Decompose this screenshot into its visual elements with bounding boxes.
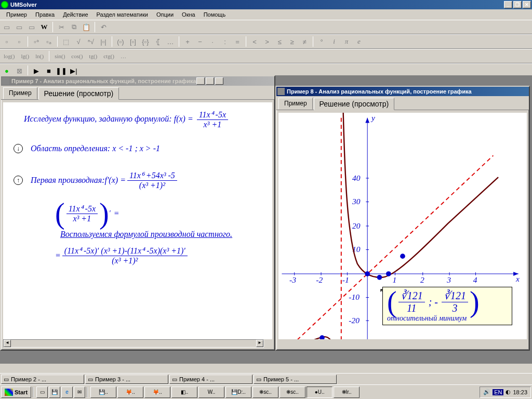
fn-log[interactable]: log(): [1, 50, 17, 62]
win8-tab-solution[interactable]: Решение (просмотр): [314, 98, 395, 110]
template-paren[interactable]: (▫): [115, 36, 126, 47]
template-1[interactable]: ▫: [1, 36, 12, 47]
undo-icon[interactable]: ↶: [98, 21, 109, 33]
copy-icon[interactable]: ⧉: [68, 21, 79, 33]
template-bracket[interactable]: [▫]: [127, 36, 139, 47]
cut-icon[interactable]: ✂: [56, 21, 67, 33]
start-button[interactable]: Start: [1, 387, 31, 398]
clock[interactable]: 18:23: [513, 389, 527, 395]
template-sqrt[interactable]: √: [73, 36, 84, 47]
fn-ctg[interactable]: ctg(): [101, 50, 117, 62]
template-frac[interactable]: ⬚: [60, 36, 72, 47]
op-eq[interactable]: =: [232, 36, 243, 47]
op-ne[interactable]: ≠: [299, 36, 310, 47]
fn-lg[interactable]: lg(): [18, 50, 32, 62]
task-app-1[interactable]: 💾..: [90, 387, 116, 398]
expand-up-icon[interactable]: ↑: [14, 176, 23, 185]
restore-button[interactable]: ❐: [513, 1, 522, 8]
template-nroot[interactable]: ⁿ√: [85, 36, 97, 47]
fn-more[interactable]: …: [118, 50, 129, 62]
stop-record-icon[interactable]: ⊠: [14, 65, 25, 76]
tray-volume-icon[interactable]: 🔊: [483, 389, 490, 395]
scroll-left-icon[interactable]: ◄: [4, 340, 11, 347]
window8-titlebar[interactable]: Пример 8 - Анализ рациональных функций, …: [276, 87, 529, 96]
task-app-7[interactable]: ❋sc..: [252, 387, 278, 398]
template-sup[interactable]: ▫ᵃ: [31, 36, 42, 47]
win7-tab-example[interactable]: Пример: [3, 87, 37, 99]
tray-icon[interactable]: ◐: [506, 389, 511, 395]
sym-e[interactable]: e: [353, 36, 365, 47]
expand-down-icon[interactable]: ↓: [14, 144, 23, 153]
fn-cos[interactable]: cos(): [69, 50, 85, 62]
task-app-2[interactable]: 🦊..: [117, 387, 143, 398]
stop-icon[interactable]: ■: [43, 65, 55, 76]
menu-action[interactable]: Действие: [59, 10, 92, 19]
op-le[interactable]: ≤: [274, 36, 285, 47]
quick-save-icon[interactable]: 💾: [49, 387, 60, 398]
play-icon[interactable]: ▶: [31, 65, 42, 76]
sym-pi[interactable]: π: [341, 36, 352, 47]
fn-tg[interactable]: tg(): [86, 50, 100, 62]
quick-ie-icon[interactable]: e: [61, 387, 73, 398]
win7-hscroll[interactable]: ◄ ►: [3, 339, 264, 348]
tip-x-den: 11: [398, 302, 425, 314]
op-plus[interactable]: +: [182, 36, 193, 47]
op-ge[interactable]: ≥: [286, 36, 298, 47]
scroll-right-icon[interactable]: ►: [256, 340, 263, 347]
task-app-8[interactable]: ❋sc..: [280, 387, 305, 398]
template-abs[interactable]: |▫|: [98, 36, 109, 47]
quick-outlook-icon[interactable]: ✉: [74, 387, 85, 398]
minimize-button[interactable]: _: [504, 1, 512, 8]
new-icon[interactable]: ▭: [1, 21, 12, 33]
task-umsolver[interactable]: ●U..: [307, 387, 332, 398]
menu-math-section[interactable]: Раздел математики: [92, 10, 152, 19]
mdi-tab-5[interactable]: ▭Пример 5 - ...: [254, 375, 337, 384]
win8-content: x y -3-2-1 1234 40302010 -10-20-30: [278, 113, 527, 339]
template-brace[interactable]: {▫}: [140, 36, 151, 47]
win7-close[interactable]: ✕: [215, 77, 223, 85]
pause-icon[interactable]: ❚❚: [56, 65, 67, 76]
op-gt[interactable]: >: [261, 36, 273, 47]
folder-icon[interactable]: ▭: [14, 21, 25, 33]
quick-desktop-icon[interactable]: ▭: [36, 387, 48, 398]
win7-minimize[interactable]: _: [196, 77, 205, 85]
op-minus[interactable]: −: [194, 36, 206, 47]
template-2[interactable]: ▫: [14, 36, 25, 47]
sym-deg[interactable]: °: [316, 36, 327, 47]
menu-example[interactable]: Пример: [2, 10, 31, 19]
fn-ln[interactable]: ln(): [33, 50, 46, 62]
record-icon[interactable]: ●: [1, 65, 12, 76]
w-icon[interactable]: W: [38, 21, 50, 33]
task-app-10[interactable]: ❋Ir..: [334, 387, 360, 398]
win8-tab-example[interactable]: Пример: [278, 98, 313, 110]
paste-icon[interactable]: 📋: [81, 21, 92, 33]
op-lt[interactable]: <: [249, 36, 260, 47]
fn-sin[interactable]: sin(): [52, 50, 68, 62]
task-app-6[interactable]: 💾D:..: [225, 387, 251, 398]
task-app-4[interactable]: ◧..: [171, 387, 197, 398]
window7-titlebar[interactable]: Пример 7 - Анализ рациональных функций, …: [1, 76, 274, 86]
menu-edit[interactable]: Правка: [31, 10, 59, 19]
lang-indicator[interactable]: EN: [493, 389, 503, 395]
menu-windows[interactable]: Окна: [178, 10, 200, 19]
op-div[interactable]: :: [219, 36, 231, 47]
quotient-rule-link[interactable]: Воспользуемся формулой производной частн…: [60, 230, 232, 239]
win7-maximize[interactable]: □: [206, 77, 214, 85]
template-sub[interactable]: ▫ₐ: [43, 36, 55, 47]
sym-i[interactable]: i: [328, 36, 340, 47]
save-icon[interactable]: ▭: [26, 21, 37, 33]
template-system[interactable]: ⦃: [152, 36, 164, 47]
template-dots[interactable]: …: [165, 36, 176, 47]
mdi-tab-2[interactable]: ▭Пример 2 - ...: [1, 375, 84, 384]
menu-help[interactable]: Помощь: [200, 10, 230, 19]
step-icon[interactable]: ▶|: [68, 65, 79, 76]
mdi-tab-3[interactable]: ▭Пример 3 - ...: [85, 375, 168, 384]
mdi-tab-4[interactable]: ▭Пример 4 - ...: [169, 375, 252, 384]
task-app-5[interactable]: W..: [198, 387, 224, 398]
op-mult[interactable]: ·: [207, 36, 218, 47]
system-tray[interactable]: 🔊 EN ◐ 18:23: [480, 387, 531, 398]
task-app-3[interactable]: 🦊..: [144, 387, 170, 398]
menu-options[interactable]: Опции: [152, 10, 178, 19]
win7-tab-solution[interactable]: Решение (просмотр): [38, 87, 119, 100]
close-button[interactable]: ✕: [523, 1, 531, 8]
